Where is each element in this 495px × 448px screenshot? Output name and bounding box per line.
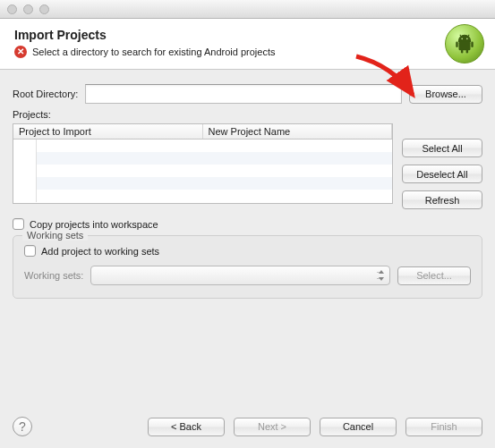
- svg-rect-6: [466, 50, 468, 54]
- svg-point-1: [466, 38, 468, 40]
- working-sets-group-title: Working sets: [22, 230, 88, 241]
- svg-rect-2: [459, 42, 471, 51]
- select-all-button[interactable]: Select All: [402, 139, 482, 157]
- root-directory-label: Root Directory:: [13, 89, 78, 99]
- close-traffic-icon[interactable]: [7, 4, 17, 14]
- table-checkbox-gutter: [13, 139, 37, 202]
- svg-rect-3: [456, 42, 457, 48]
- zoom-traffic-icon[interactable]: [39, 4, 49, 14]
- projects-table[interactable]: Project to Import New Project Name: [13, 123, 393, 204]
- help-icon[interactable]: ?: [13, 417, 32, 436]
- minimize-traffic-icon[interactable]: [23, 4, 33, 14]
- table-row: [37, 177, 392, 190]
- dialog-footer: ? < Back Next > Cancel Finish: [0, 405, 495, 448]
- copy-projects-label: Copy projects into workspace: [30, 219, 158, 230]
- deselect-all-button[interactable]: Deselect All: [402, 165, 482, 183]
- column-new-project-name[interactable]: New Project Name: [203, 124, 393, 139]
- finish-button[interactable]: Finish: [405, 418, 482, 436]
- table-row: [37, 165, 392, 177]
- add-to-working-sets-checkbox[interactable]: [24, 245, 36, 257]
- page-title: Import Projects: [14, 28, 481, 42]
- android-logo-icon: [445, 24, 484, 63]
- window-titlebar: [0, 0, 495, 19]
- refresh-button[interactable]: Refresh: [402, 190, 482, 209]
- copy-projects-checkbox[interactable]: [13, 218, 24, 230]
- working-sets-group: Working sets Add project to working sets…: [13, 235, 482, 299]
- column-project-to-import[interactable]: Project to Import: [13, 124, 203, 139]
- add-to-working-sets-label: Add project to working sets: [41, 246, 159, 257]
- back-button[interactable]: < Back: [148, 418, 225, 436]
- working-sets-combo[interactable]: [90, 266, 390, 285]
- table-row: [37, 190, 392, 202]
- root-directory-input[interactable]: [85, 84, 402, 104]
- table-rows: [37, 139, 392, 202]
- working-sets-combo-label: Working sets:: [24, 270, 83, 281]
- projects-label: Projects:: [13, 109, 482, 120]
- svg-rect-4: [471, 42, 473, 48]
- cancel-button[interactable]: Cancel: [320, 418, 397, 436]
- error-icon: ✕: [14, 46, 27, 58]
- working-sets-select-button[interactable]: Select...: [397, 266, 471, 285]
- svg-rect-5: [461, 50, 463, 54]
- table-row: [37, 139, 392, 152]
- dialog-header: Import Projects ✕ Select a directory to …: [0, 19, 495, 70]
- page-subtitle: Select a directory to search for existin…: [32, 46, 275, 57]
- next-button[interactable]: Next >: [234, 418, 311, 436]
- stepper-icon: [377, 269, 386, 282]
- browse-button[interactable]: Browse...: [409, 85, 482, 104]
- table-row: [37, 152, 392, 165]
- svg-point-0: [461, 38, 463, 40]
